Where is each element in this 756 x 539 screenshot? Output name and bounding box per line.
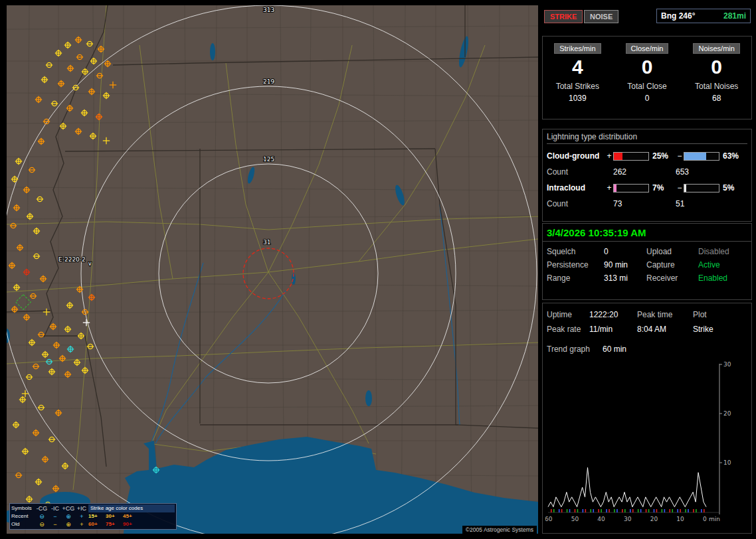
cg-positive-bar [613,152,649,161]
count-label: Count [547,199,605,208]
noises-counter: Noises/min 0 Total Noises 68 [682,37,751,119]
receiver-label: Receiver [646,273,698,283]
map-legend: Symbols-CG-IC+CG+ICStrike age color code… [9,503,177,530]
total-close-label: Total Close [613,82,682,91]
peak-rate-value: 11/min [589,325,637,334]
cg-negative-count: 653 [676,167,746,177]
bearing-label: Bng 246° [661,11,695,21]
total-noises-value: 68 [682,94,751,103]
statistics-section: Uptime 1222:20 Peak time Plot Peak rate … [542,303,752,534]
ic-negative-bar [684,184,719,193]
receiver-value: Enabled [698,273,749,283]
count-label: Count [547,167,605,177]
noise-button[interactable]: NOISE [584,10,618,23]
plus-sign: + [605,183,613,193]
peak-rate-label: Peak rate [547,325,589,334]
peak-time-label: Peak time [637,310,693,319]
svg-text:10: 10 [676,516,684,522]
ic-positive-count: 73 [613,199,676,208]
distribution-title: Lightning type distribution [547,132,747,144]
ic-positive-bar [613,184,649,193]
strikes-counter: Strikes/min 4 Total Strikes 1039 [543,37,613,119]
peak-time-value: 8:04 AM [637,325,693,334]
squelch-label: Squelch [547,247,604,256]
strikes-per-min-chip: Strikes/min [554,43,601,54]
uptime-label: Uptime [547,310,589,319]
range-value: 313 mi [604,273,646,283]
status-panel: STRIKE NOISE Bng 246° 281mi Strikes/min … [542,5,753,534]
lightning-distribution: Lightning type distribution Cloud-ground… [542,129,752,222]
close-per-min-value: 0 [613,56,682,78]
cloud-ground-label: Cloud-ground [547,151,605,161]
svg-text:20: 20 [650,516,658,522]
minus-sign: − [676,183,684,193]
capture-value: Active [698,260,749,270]
upload-value: Disabled [698,247,749,256]
plus-sign: + [605,151,613,161]
cg-positive-pct: 25% [649,151,676,161]
minus-sign: − [676,151,684,161]
total-strikes-value: 1039 [543,94,613,103]
intracloud-row: Intracloud + 7% − 5% [547,180,747,196]
plot-value: Strike [693,325,739,334]
svg-text:∨: ∨ [88,260,92,267]
strike-button[interactable]: STRIKE [544,10,583,23]
persistence-label: Persistence [547,260,604,270]
svg-text:31: 31 [263,239,270,246]
ic-positive-pct: 7% [649,183,676,193]
persistence-value: 90 min [604,260,646,270]
upload-label: Upload [646,247,698,256]
svg-text:219: 219 [263,78,274,85]
plot-label: Plot [693,310,739,319]
close-per-min-chip: Close/min [626,43,669,54]
svg-text:125: 125 [263,156,274,163]
svg-text:E-2220-2: E-2220-2 [58,256,86,263]
svg-text:30: 30 [723,362,731,368]
toolbar: STRIKE NOISE Bng 246° 281mi [542,5,752,29]
intracloud-label: Intracloud [547,183,605,193]
settings-table: Squelch 0 Upload Disabled Persistence 90… [543,242,751,285]
rate-counters: Strikes/min 4 Total Strikes 1039 Close/m… [542,36,752,119]
squelch-value: 0 [604,247,646,256]
svg-text:40: 40 [597,516,605,522]
uptime-value: 1222:20 [589,310,637,319]
cloud-ground-row: Cloud-ground + 25% − 63% [547,148,747,164]
noises-per-min-chip: Noises/min [693,43,739,54]
lightning-map[interactable]: 31321912531 E-2220-2∨ Symbols-CG-IC+CG+I… [7,5,538,534]
trend-window-value: 60 min [603,345,669,354]
total-strikes-label: Total Strikes [543,82,613,91]
cloud-ground-count-row: Count 262 653 [547,164,747,180]
receiver-status: 3/4/2026 10:35:19 AM Squelch 0 Upload Di… [542,223,752,300]
cg-negative-bar [684,152,719,161]
map-canvas[interactable]: 31321912531 E-2220-2∨ [7,5,538,534]
bearing-value: 281mi [723,11,746,21]
trend-graph-label: Trend graph [547,345,603,354]
svg-text:min: min [709,516,720,522]
svg-text:60: 60 [545,516,553,522]
trend-graph: 1020306050403020100min [545,362,751,532]
ic-negative-count: 51 [676,199,746,208]
datetime-display: 3/4/2026 10:35:19 AM [543,224,751,242]
total-close-value: 0 [613,94,682,103]
noises-per-min-value: 0 [682,56,751,78]
cg-negative-pct: 63% [719,151,745,161]
total-noises-label: Total Noises [682,82,751,91]
svg-text:10: 10 [723,459,731,466]
close-counter: Close/min 0 Total Close 0 [613,37,682,119]
svg-text:0: 0 [703,516,707,522]
intracloud-count-row: Count 73 51 [547,196,747,212]
ic-negative-pct: 5% [719,183,745,193]
svg-text:50: 50 [571,516,579,522]
copyright-text: ©2005 Astrogenic Systems [462,526,537,534]
svg-text:30: 30 [624,516,632,522]
svg-text:313: 313 [263,7,274,13]
range-label: Range [547,273,604,283]
cg-positive-count: 262 [613,167,676,177]
strikes-per-min-value: 4 [543,56,613,78]
capture-label: Capture [646,260,698,270]
bearing-box: Bng 246° 281mi [656,9,751,23]
svg-text:20: 20 [723,410,731,417]
